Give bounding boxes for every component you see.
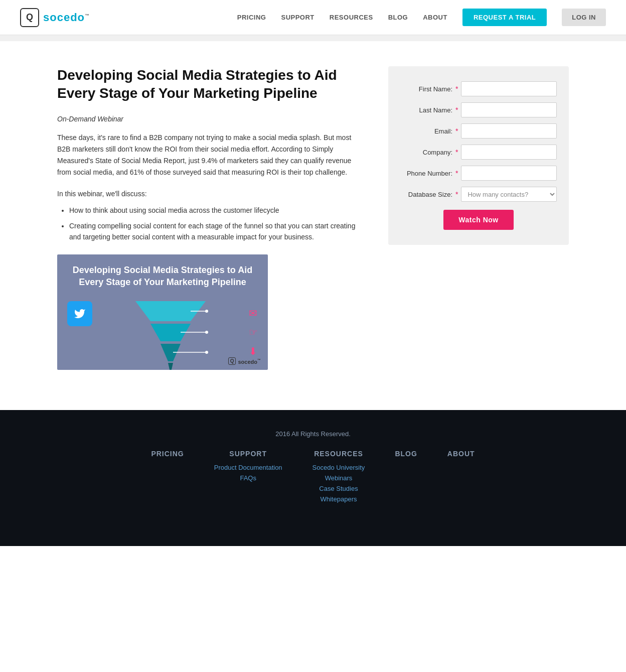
hand-icon: ☞ bbox=[249, 326, 258, 338]
webinar-label: On-Demand Webinar bbox=[57, 115, 358, 123]
watch-now-button[interactable]: Watch Now bbox=[443, 210, 513, 230]
bullet-item-2: Creating compelling social content for e… bbox=[69, 220, 358, 243]
logo-area: Q socedo™ bbox=[20, 8, 90, 27]
phone-label: Phone Number: bbox=[400, 170, 455, 177]
company-row: Company: * bbox=[400, 145, 557, 160]
main-content: Developing Social Media Strategies to Ai… bbox=[37, 41, 589, 410]
footer-blog-title: BLOG bbox=[395, 450, 417, 458]
in-webinar-intro: In this webinar, we'll discuss: bbox=[57, 188, 358, 200]
first-name-input[interactable] bbox=[461, 81, 557, 96]
twitter-icon bbox=[67, 301, 92, 326]
company-label: Company: bbox=[400, 149, 455, 156]
login-button[interactable]: LOG IN bbox=[562, 9, 606, 26]
request-trial-button[interactable]: REQUEST A TRIAL bbox=[462, 9, 547, 26]
svg-marker-3 bbox=[168, 363, 173, 370]
svg-point-9 bbox=[205, 351, 208, 354]
nav-about[interactable]: ABOUT bbox=[423, 14, 447, 21]
footer-nav: PRICING SUPPORT Product Documentation FA… bbox=[20, 450, 606, 506]
email-row: Email: * bbox=[400, 123, 557, 139]
database-required: * bbox=[455, 190, 458, 198]
last-name-label: Last Name: bbox=[400, 106, 455, 114]
nav-pricing[interactable]: PRICING bbox=[237, 14, 266, 21]
copyright: 2016 All Rights Reserved. bbox=[20, 430, 606, 438]
main-nav: PRICING SUPPORT RESOURCES BLOG ABOUT REQ… bbox=[237, 9, 606, 26]
first-name-row: First Name: * bbox=[400, 81, 557, 96]
last-name-input[interactable] bbox=[461, 102, 557, 117]
bullet-list: How to think about using social media ac… bbox=[57, 205, 358, 242]
footer-product-doc-link[interactable]: Product Documentation bbox=[214, 464, 282, 471]
database-label: Database Size: bbox=[400, 191, 455, 198]
footer-resources-col: RESOURCES Socedo University Webinars Cas… bbox=[312, 450, 365, 506]
footer-support-col: SUPPORT Product Documentation FAQs bbox=[214, 450, 282, 506]
left-column: Developing Social Media Strategies to Ai… bbox=[57, 66, 358, 370]
footer-faqs-link[interactable]: FAQs bbox=[240, 474, 256, 482]
nav-support[interactable]: SUPPORT bbox=[281, 14, 314, 21]
footer-pricing-col: PRICING bbox=[151, 450, 184, 506]
phone-row: Phone Number: * bbox=[400, 166, 557, 181]
right-column: First Name: * Last Name: * Email: * Comp… bbox=[388, 66, 569, 245]
footer-whitepapers-link[interactable]: Whitepapers bbox=[320, 495, 357, 503]
email-label: Email: bbox=[400, 127, 455, 135]
gray-bar bbox=[0, 35, 626, 41]
download-icon: ⬇ bbox=[249, 345, 258, 357]
phone-required: * bbox=[455, 169, 458, 177]
database-select[interactable]: How many contacts? 0 - 1,000 1,000 - 10,… bbox=[461, 187, 557, 202]
socedo-watermark: Q socedo™ bbox=[228, 357, 261, 365]
site-footer: 2016 All Rights Reserved. PRICING SUPPOR… bbox=[0, 410, 626, 546]
site-header: Q socedo™ PRICING SUPPORT RESOURCES BLOG… bbox=[0, 0, 626, 35]
footer-casestudies-link[interactable]: Case Studies bbox=[319, 485, 358, 492]
first-name-required: * bbox=[455, 85, 458, 93]
email-required: * bbox=[455, 127, 458, 135]
footer-webinars-link[interactable]: Webinars bbox=[325, 474, 353, 482]
company-input[interactable] bbox=[461, 145, 557, 160]
footer-blog-col: BLOG bbox=[395, 450, 417, 506]
page-title: Developing Social Media Strategies to Ai… bbox=[57, 66, 358, 103]
icons-right: ✉ ☞ ⬇ bbox=[249, 300, 258, 357]
last-name-row: Last Name: * bbox=[400, 102, 557, 117]
footer-about-title: ABOUT bbox=[447, 450, 475, 458]
description-text: These days, it's rare to find a B2B comp… bbox=[57, 132, 358, 178]
form-box: First Name: * Last Name: * Email: * Comp… bbox=[388, 66, 569, 245]
footer-university-link[interactable]: Socedo University bbox=[312, 464, 365, 471]
phone-input[interactable] bbox=[461, 166, 557, 181]
svg-point-7 bbox=[205, 331, 208, 334]
company-required: * bbox=[455, 148, 458, 156]
bullet-item-1: How to think about using social media ac… bbox=[69, 205, 358, 216]
email-input[interactable] bbox=[461, 123, 557, 139]
first-name-label: First Name: bbox=[400, 85, 455, 93]
email-icon: ✉ bbox=[249, 307, 258, 319]
svg-point-5 bbox=[205, 310, 208, 313]
footer-resources-title: RESOURCES bbox=[314, 450, 363, 458]
footer-pricing-title: PRICING bbox=[151, 450, 184, 458]
database-row: Database Size: * How many contacts? 0 - … bbox=[400, 187, 557, 202]
nav-blog[interactable]: BLOG bbox=[388, 14, 408, 21]
last-name-required: * bbox=[455, 106, 458, 114]
logo-icon: Q bbox=[20, 8, 39, 27]
logo-text: socedo™ bbox=[43, 11, 90, 24]
webinar-thumbnail: Developing Social Media Strategies to Ai… bbox=[57, 254, 268, 370]
footer-support-title: SUPPORT bbox=[229, 450, 267, 458]
webinar-image-title: Developing Social Media Strategies to Ai… bbox=[67, 264, 258, 288]
footer-about-col: ABOUT bbox=[447, 450, 475, 506]
nav-resources[interactable]: RESOURCES bbox=[330, 14, 373, 21]
funnel-svg bbox=[97, 296, 244, 370]
